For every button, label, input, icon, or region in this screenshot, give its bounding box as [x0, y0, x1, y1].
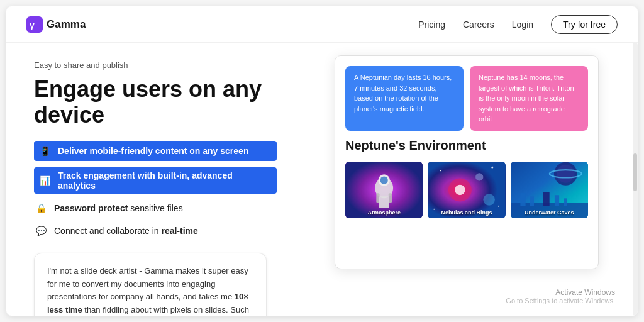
try-free-button[interactable]: Try for free: [551, 15, 618, 34]
collaborate-icon: 💬: [34, 224, 48, 238]
feature-item-password: 🔒 Password protect sensitive files: [34, 200, 277, 216]
activate-subtitle: Go to Settings to activate Windows.: [506, 297, 615, 304]
feature-list: 📱 Deliver mobile-friendly content on any…: [34, 141, 277, 239]
left-panel: Easy to share and publish Engage users o…: [6, 43, 302, 316]
svg-text:γ: γ: [30, 20, 35, 30]
svg-rect-11: [379, 196, 389, 208]
svg-rect-26: [520, 193, 525, 206]
info-card-neptune-moons: Neptune has 14 moons, the largest of whi…: [470, 66, 588, 131]
preview-title: Neptune's Environment: [345, 138, 588, 153]
image-label-cave: Underwater Caves: [525, 209, 574, 216]
info-card-neptune-day: A Neptunian day lasts 16 hours, 7 minute…: [345, 66, 464, 131]
feature-item-mobile: 📱 Deliver mobile-friendly content on any…: [34, 141, 277, 161]
analytics-icon: 📊: [38, 174, 52, 187]
main-heading: Engage users on any device: [34, 76, 277, 128]
mobile-icon: 📱: [38, 144, 52, 158]
feature-text-mobile: Deliver mobile-friendly content on any s…: [58, 146, 248, 156]
feature-item-analytics: 📊 Track engagement with built-in, advanc…: [34, 167, 277, 194]
windows-activation: Activate Windows Go to Settings to activ…: [506, 288, 615, 304]
careers-link[interactable]: Careers: [463, 19, 494, 30]
right-panel: A Neptunian day lasts 16 hours, 7 minute…: [302, 43, 638, 316]
svg-rect-0: [26, 16, 43, 33]
image-grid: Atmosphere: [345, 162, 588, 218]
preview-content: Neptune's Environment: [335, 138, 598, 228]
pricing-link[interactable]: Pricing: [418, 19, 445, 30]
image-cell-atmosphere: Atmosphere: [345, 162, 423, 218]
svg-point-14: [455, 184, 465, 194]
svg-point-17: [440, 170, 441, 171]
scrollbar-thumb[interactable]: [633, 153, 637, 191]
info-cards-row: A Neptunian day lasts 16 hours, 7 minute…: [335, 56, 598, 138]
svg-point-15: [475, 173, 483, 180]
svg-point-23: [557, 164, 575, 182]
navbar: γ Gamma Pricing Careers Login Try for fr…: [6, 6, 638, 43]
testimonial-card: I'm not a slide deck artist - Gamma make…: [34, 253, 267, 316]
svg-point-19: [498, 205, 499, 206]
svg-point-16: [484, 194, 495, 205]
svg-point-20: [434, 208, 435, 209]
eyebrow-text: Easy to share and publish: [34, 60, 277, 70]
feature-text-analytics: Track engagement with built-in, advanced…: [58, 170, 270, 191]
activate-title: Activate Windows: [506, 288, 615, 297]
svg-rect-27: [530, 196, 533, 206]
preview-card: A Neptunian day lasts 16 hours, 7 minute…: [335, 55, 599, 269]
content-area: Easy to share and publish Engage users o…: [6, 43, 638, 316]
feature-text-password: Password protect sensitive files: [54, 203, 183, 213]
login-link[interactable]: Login: [512, 19, 533, 30]
nav-links: Pricing Careers Login Try for free: [418, 15, 618, 34]
password-icon: 🔒: [34, 201, 48, 215]
logo-area: γ Gamma: [26, 16, 86, 33]
feature-text-collaborate: Connect and collaborate in real-time: [54, 226, 198, 236]
testimonial-text: I'm not a slide deck artist - Gamma make…: [47, 265, 253, 316]
svg-point-18: [492, 166, 494, 168]
feature-item-collaborate: 💬 Connect and collaborate in real-time: [34, 223, 277, 239]
svg-rect-30: [564, 198, 567, 206]
svg-point-8: [380, 176, 387, 184]
svg-rect-28: [543, 192, 549, 206]
image-cell-nebula: Nebulas and Rings: [428, 162, 505, 218]
image-label-nebula: Nebulas and Rings: [441, 209, 492, 216]
image-label-atmosphere: Atmosphere: [367, 209, 401, 216]
gamma-logo-icon: γ: [26, 16, 43, 33]
image-cell-cave: Underwater Caves: [511, 162, 588, 218]
logo-text: Gamma: [47, 18, 86, 31]
main-container: γ Gamma Pricing Careers Login Try for fr…: [6, 6, 638, 316]
svg-rect-29: [555, 195, 559, 206]
scrollbar-track[interactable]: [633, 43, 638, 316]
